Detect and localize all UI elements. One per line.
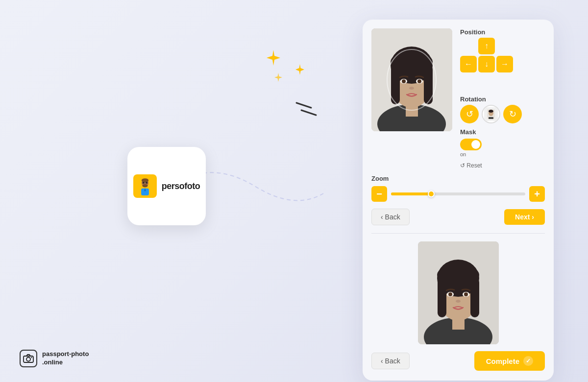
logo-name: persofoto — [162, 181, 200, 191]
zoom-plus-button[interactable]: + — [529, 186, 545, 202]
rotation-control: Rotation ↺ ↻ — [460, 96, 545, 123]
nav-row-top: ‹ Back Next › — [363, 202, 554, 225]
zoom-slider-fill — [391, 192, 431, 195]
mask-toggle[interactable] — [460, 139, 482, 150]
position-control: Position ↑ ← ↓ → — [460, 28, 545, 91]
zoom-row: − + — [371, 186, 545, 202]
footer-brand-text: passport-photo .online — [42, 350, 89, 367]
svg-point-30 — [489, 110, 493, 113]
svg-line-0 — [296, 103, 311, 108]
pos-empty-1 — [460, 38, 477, 54]
dash-decoration — [294, 98, 318, 119]
zoom-minus-button[interactable]: − — [371, 186, 387, 202]
pos-empty-2 — [496, 38, 513, 54]
pos-up-button[interactable]: ↑ — [478, 38, 495, 54]
footer-line2: .online — [42, 358, 89, 367]
zoom-slider-thumb — [428, 191, 435, 197]
svg-point-47 — [31, 357, 32, 358]
footer-brand: passport-photo .online — [20, 350, 89, 367]
mask-label: Mask — [460, 128, 476, 136]
camera-icon — [20, 350, 37, 367]
rotate-cw-button[interactable]: ↻ — [503, 105, 522, 123]
mask-state-label: on — [460, 151, 466, 157]
photo-preview-top — [371, 28, 452, 131]
reset-button[interactable]: ↺ Reset — [460, 162, 545, 169]
svg-point-46 — [26, 358, 30, 361]
rotate-ccw-button[interactable]: ↺ — [460, 105, 479, 123]
rotate-photo-button[interactable] — [482, 105, 500, 123]
back-button-top[interactable]: ‹ Back — [371, 209, 410, 225]
bottom-preview-section — [363, 234, 554, 344]
mask-control: Mask on — [460, 128, 545, 157]
svg-point-22 — [402, 79, 406, 83]
star-decoration-1 — [265, 49, 282, 67]
zoom-section: Zoom − + — [363, 169, 554, 202]
editor-section: Position ↑ ← ↓ → Rotation ↺ — [363, 20, 554, 169]
footer-line1: passport-photo — [42, 350, 89, 358]
svg-rect-31 — [489, 117, 493, 119]
main-panel: Position ↑ ← ↓ → Rotation ↺ — [363, 20, 554, 381]
svg-point-24 — [417, 79, 421, 83]
star-decoration-2 — [294, 64, 306, 75]
logo-card: persofoto — [127, 147, 206, 225]
zoom-slider-track[interactable] — [391, 192, 525, 195]
svg-point-44 — [456, 300, 461, 303]
nav-row-bottom: ‹ Back Complete ✓ — [363, 344, 554, 371]
rotation-buttons: ↺ ↻ — [460, 105, 545, 123]
check-icon: ✓ — [523, 356, 533, 366]
svg-line-1 — [301, 110, 316, 115]
svg-point-43 — [464, 292, 468, 296]
star-decoration-3 — [273, 72, 283, 82]
pos-right-button[interactable]: → — [496, 56, 513, 72]
svg-point-5 — [142, 184, 147, 187]
next-button[interactable]: Next › — [504, 209, 545, 225]
complete-button[interactable]: Complete ✓ — [474, 351, 545, 371]
svg-point-20 — [391, 52, 433, 72]
svg-point-4 — [142, 178, 148, 182]
back-button-bottom[interactable]: ‹ Back — [371, 353, 410, 369]
controls-panel: Position ↑ ← ↓ → Rotation ↺ — [452, 28, 545, 169]
zoom-label: Zoom — [371, 175, 545, 182]
logo-avatar — [133, 174, 157, 198]
position-label: Position — [460, 28, 545, 36]
svg-rect-38 — [470, 278, 479, 317]
position-grid: ↑ ← ↓ → — [460, 38, 513, 91]
rotation-label: Rotation — [460, 96, 545, 103]
bottom-photo-preview — [418, 241, 499, 344]
pos-left-button[interactable]: ← — [460, 56, 477, 72]
pos-down-button[interactable]: ↓ — [478, 56, 495, 72]
toggle-knob — [471, 140, 480, 149]
complete-label: Complete — [486, 357, 519, 365]
svg-point-25 — [409, 87, 414, 90]
svg-point-39 — [437, 265, 479, 285]
svg-rect-37 — [438, 278, 446, 317]
svg-point-41 — [448, 292, 452, 296]
